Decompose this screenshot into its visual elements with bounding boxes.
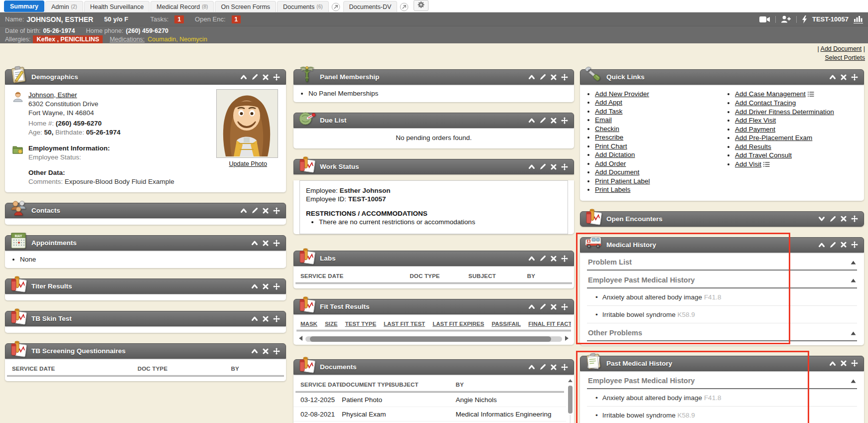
section-collapse-icon[interactable] bbox=[851, 258, 856, 266]
quick-link-add-results[interactable]: Add Results bbox=[735, 143, 771, 150]
panel-membership-header[interactable]: Panel Membership bbox=[293, 69, 574, 85]
quick-link-email[interactable]: Email bbox=[595, 116, 612, 124]
select-portlets-link[interactable]: Select Portlets bbox=[825, 54, 865, 61]
move-icon[interactable] bbox=[851, 241, 858, 248]
tasks-count-badge[interactable]: 1 bbox=[174, 15, 184, 23]
quick-link-add-dictation[interactable]: Add Dictation bbox=[595, 151, 635, 158]
fit-test-header[interactable]: Fit Test Results bbox=[293, 299, 574, 314]
quick-link-add-travel-consult[interactable]: Add Travel Consult bbox=[735, 151, 792, 159]
close-icon[interactable] bbox=[263, 283, 269, 289]
collapse-icon[interactable] bbox=[240, 74, 247, 80]
close-icon[interactable] bbox=[551, 304, 557, 310]
move-icon[interactable] bbox=[561, 117, 568, 124]
scroll-left-icon[interactable] bbox=[298, 335, 303, 343]
titer-results-header[interactable]: Titer Results bbox=[5, 279, 286, 294]
collapse-icon[interactable] bbox=[251, 283, 258, 289]
collapse-icon[interactable] bbox=[528, 164, 535, 169]
section-collapse-icon[interactable] bbox=[851, 329, 856, 337]
fit-test-column-header[interactable]: LAST FIT TEST bbox=[384, 321, 425, 327]
edit-icon[interactable] bbox=[540, 163, 546, 170]
close-icon[interactable] bbox=[551, 74, 557, 80]
history-item[interactable]: •Anxiety about altered body image F41.8 bbox=[587, 389, 857, 407]
history-section-header-employee-past-medical-history[interactable]: Employee Past Medical History bbox=[587, 271, 857, 288]
edit-icon[interactable] bbox=[540, 255, 546, 262]
quick-link-add-case-management[interactable]: Add Case Management bbox=[735, 90, 806, 98]
tab-admin[interactable]: Admin(2) bbox=[45, 1, 83, 12]
tab-summary[interactable]: Summary bbox=[4, 0, 44, 12]
appointments-header[interactable]: MAY Appointments bbox=[5, 235, 286, 251]
close-icon[interactable] bbox=[841, 360, 847, 366]
move-icon[interactable] bbox=[273, 74, 280, 81]
popout-icon[interactable] bbox=[400, 2, 409, 11]
quick-link-checkin[interactable]: Checkin bbox=[595, 125, 619, 133]
scrollbar-thumb[interactable] bbox=[310, 336, 551, 342]
close-icon[interactable] bbox=[263, 240, 269, 246]
quick-link-add-contact-tracing[interactable]: Add Contact Tracing bbox=[735, 99, 796, 107]
tab-documents[interactable]: Documents(6) bbox=[277, 1, 328, 12]
add-person-icon[interactable] bbox=[781, 15, 791, 23]
close-icon[interactable] bbox=[263, 348, 269, 354]
move-icon[interactable] bbox=[273, 283, 280, 290]
collapse-icon[interactable] bbox=[528, 74, 535, 80]
menu-list-icon[interactable] bbox=[763, 161, 770, 168]
close-icon[interactable] bbox=[551, 256, 557, 262]
fit-test-column-header[interactable]: FINAL FIT FACTOR bbox=[528, 321, 571, 327]
collapse-icon[interactable] bbox=[528, 256, 535, 261]
quick-link-add-document[interactable]: Add Document bbox=[595, 168, 639, 176]
table-row[interactable]: 02-08-2021Physical ExamMedical Informati… bbox=[293, 407, 566, 422]
medical-history-header[interactable]: Medical History bbox=[580, 237, 864, 253]
move-icon[interactable] bbox=[561, 364, 568, 371]
quick-link-add-pre-placement-exam[interactable]: Add Pre-Placement Exam bbox=[735, 134, 812, 141]
collapse-icon[interactable] bbox=[818, 242, 825, 248]
scroll-up-icon[interactable] bbox=[568, 377, 573, 384]
history-item[interactable]: •Irritable bowel syndrome K58.9 bbox=[587, 306, 857, 323]
quick-link-prescribe[interactable]: Prescribe bbox=[595, 134, 623, 141]
table-row[interactable]: 03-12-2025Patient PhotoAngie Nichols bbox=[293, 393, 566, 407]
close-icon[interactable] bbox=[551, 118, 557, 124]
move-icon[interactable] bbox=[273, 240, 280, 247]
quick-link-add-driver-fitness-determination[interactable]: Add Driver Fitness Determination bbox=[735, 108, 834, 116]
video-camera-icon[interactable] bbox=[759, 16, 770, 23]
move-icon[interactable] bbox=[851, 360, 858, 367]
open-encounters-header[interactable]: Open Encounters bbox=[580, 211, 864, 227]
open-enc-count-badge[interactable]: 1 bbox=[232, 15, 241, 23]
move-icon[interactable] bbox=[561, 255, 568, 262]
work-status-header[interactable]: Work Status bbox=[293, 159, 574, 174]
collapse-icon[interactable] bbox=[240, 208, 247, 213]
quick-link-add-new-provider[interactable]: Add New Provider bbox=[595, 90, 649, 98]
history-section-header-employee-past-medical-history[interactable]: Employee Past Medical History bbox=[587, 371, 857, 389]
close-icon[interactable] bbox=[841, 216, 847, 222]
medications-value[interactable]: Coumadin, Neomycin bbox=[147, 36, 207, 43]
fit-test-column-header[interactable]: TEST TYPE bbox=[345, 321, 376, 327]
collapse-icon[interactable] bbox=[528, 364, 535, 370]
edit-icon[interactable] bbox=[540, 364, 546, 370]
collapse-icon[interactable] bbox=[829, 74, 836, 80]
edit-icon[interactable] bbox=[252, 74, 258, 80]
edit-icon[interactable] bbox=[252, 207, 258, 214]
lightning-icon[interactable] bbox=[802, 15, 807, 23]
collapse-icon[interactable] bbox=[251, 240, 258, 246]
move-icon[interactable] bbox=[273, 207, 280, 214]
tab-health-surveillance[interactable]: Health Surveillance bbox=[84, 1, 150, 12]
scroll-right-icon[interactable] bbox=[565, 335, 569, 343]
collapse-icon[interactable] bbox=[528, 304, 535, 309]
close-icon[interactable] bbox=[841, 242, 847, 248]
quick-link-add-flex-visit[interactable]: Add Flex Visit bbox=[735, 117, 776, 124]
close-icon[interactable] bbox=[263, 208, 269, 214]
popout-icon[interactable] bbox=[331, 2, 341, 11]
update-photo-link[interactable]: Update Photo bbox=[229, 160, 267, 167]
fit-test-column-header[interactable]: LAST FIT EXPIRES bbox=[433, 321, 484, 327]
move-icon[interactable] bbox=[561, 303, 568, 310]
history-item[interactable]: •Irritable bowel syndrome K58.9 bbox=[587, 407, 857, 423]
tb-screening-header[interactable]: TB Screening Questionnaires bbox=[5, 343, 286, 359]
scrollbar-track[interactable] bbox=[570, 415, 571, 423]
move-icon[interactable] bbox=[561, 74, 568, 81]
quick-link-add-order[interactable]: Add Order bbox=[595, 160, 626, 167]
move-icon[interactable] bbox=[561, 163, 568, 170]
demographics-header[interactable]: Demographics bbox=[5, 69, 286, 85]
contacts-header[interactable]: Contacts bbox=[5, 203, 286, 218]
fit-test-column-header[interactable]: SIZE bbox=[325, 321, 338, 327]
quick-link-print-chart[interactable]: Print Chart bbox=[595, 142, 627, 150]
edit-icon[interactable] bbox=[540, 74, 546, 80]
move-icon[interactable] bbox=[851, 215, 858, 222]
